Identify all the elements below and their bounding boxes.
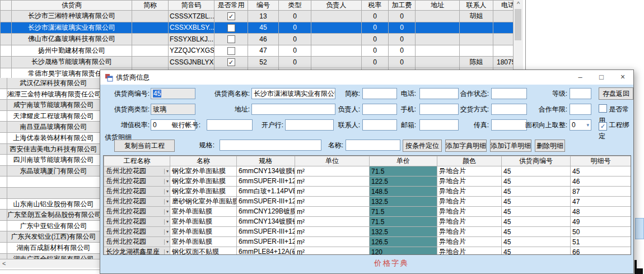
supplier-name-input[interactable]: 长沙市潇湘玻璃实业有限公司 <box>251 88 335 99</box>
save-return-button[interactable]: 存盘返回 <box>599 87 633 100</box>
supplier-row[interactable]: 长沙市三湘特种玻璃有限公司CSSSXTZBL...✓13000胡姐 <box>1 11 523 22</box>
project-name-combobox[interactable]: 岳州北控花园▾ <box>104 197 170 207</box>
detail-column-header[interactable]: 工程名称 <box>104 156 170 166</box>
delete-detail-button[interactable]: 删除明细 <box>535 140 565 152</box>
detail-column-header[interactable]: 颜色 <box>437 156 502 166</box>
chevron-down-icon[interactable]: ▾ <box>164 219 169 225</box>
maximize-button[interactable]: □ <box>591 70 612 85</box>
column-header[interactable]: 编号 <box>248 1 279 11</box>
supplier-row[interactable]: 长沙市潇湘玻璃实业有限公司CSSXXBLSY...45000 <box>1 22 523 34</box>
name-filter-input[interactable] <box>346 140 400 151</box>
column-header[interactable]: 简称 <box>132 1 169 11</box>
supplier-list-item[interactable]: 山东南山铝业股份有限公司 <box>0 199 100 210</box>
supplier-list-item[interactable]: 广东中亚铝业有限公司 <box>0 221 100 232</box>
minimize-button[interactable]: – <box>570 70 591 85</box>
chevron-down-icon[interactable]: ▾ <box>164 249 169 255</box>
detail-column-header[interactable]: 单位 <box>295 156 370 166</box>
detail-row[interactable]: 岳州北控花园▾钢化室外单面贴膜6mmCNY134镀膜钢化m²71.5异地合片45… <box>104 166 631 177</box>
common-flag-checkbox[interactable] <box>227 35 235 43</box>
supplier-list-item[interactable] <box>0 177 100 188</box>
chevron-down-icon[interactable]: ▾ <box>586 123 589 128</box>
supplier-no-input[interactable]: 45 <box>151 88 195 99</box>
project-name-combobox[interactable]: 岳州北控花园▾ <box>104 177 170 187</box>
binding-checkbox[interactable]: ✓ 工程绑定 <box>599 119 633 131</box>
supplier-row[interactable]: 佛山市亿鑫玻璃科技有限公司FSSYXBLKJ...46000 <box>1 34 523 45</box>
vertical-scroll-thumb[interactable] <box>515 9 521 40</box>
supplier-list-item[interactable] <box>0 188 100 199</box>
grade-input[interactable] <box>570 88 591 99</box>
detail-row[interactable]: 岳州北控花园▾钢化室外单面贴膜6mm白玻+1.14PVB+6mm...m²148… <box>104 187 631 197</box>
detail-column-header[interactable]: 供货商编号 <box>502 156 571 166</box>
supplier-type-input[interactable]: 玻璃 <box>151 104 195 115</box>
supplier-list-item[interactable]: 湖南百成新材料有限公司 <box>0 243 100 254</box>
chevron-down-icon[interactable]: ▾ <box>164 229 169 235</box>
add-order-detail-button[interactable]: 添加订单明细 <box>490 140 531 152</box>
detail-row[interactable]: 岳州北控花园▾磨砂钢化室外单面贴膜6mmSUPER-III+12A(硅...m²… <box>104 197 631 207</box>
supplier-list-item[interactable]: 西安佳吉美电力科技有限公司 <box>0 144 100 155</box>
common-flag-checkbox[interactable] <box>227 47 235 55</box>
project-name-combobox[interactable]: 岳州北控花园▾ <box>104 237 170 247</box>
detail-row[interactable]: 岳州北控花园▾室外单面贴膜6mmSUPER-III+12A(硅...m²132.… <box>104 227 631 237</box>
contact-input[interactable] <box>362 119 397 131</box>
detail-row[interactable]: 岳州北控花园▾室外单面贴膜6mmSUPER-III+12A(硅...m²126.… <box>104 237 631 247</box>
project-name-combobox[interactable]: 岳州北控花园▾ <box>104 166 170 177</box>
detail-row[interactable]: 岳州北控花园▾室外单面贴膜6mmCNY129B镀膜钢化m²71.5异地合片454… <box>104 207 631 217</box>
bank-account-input[interactable] <box>207 119 253 131</box>
supplier-list-item[interactable]: 上海优泰装饰材料有限公司 <box>0 133 100 144</box>
supplier-list-item[interactable]: 武汉亿深科技有限公司 <box>0 78 100 89</box>
binding-checkbox-box[interactable]: ✓ <box>599 122 607 131</box>
project-name-combobox[interactable]: 岳州北控花园▾ <box>104 207 170 217</box>
locate-button[interactable]: 按条件定位 <box>403 140 442 152</box>
address-input[interactable] <box>251 104 335 115</box>
column-header[interactable]: 供货商 <box>12 1 132 11</box>
column-header[interactable]: 简音码 <box>169 1 214 11</box>
rounding-combobox[interactable]: 0▾ <box>570 119 591 131</box>
project-name-combobox[interactable]: 长沙龙湖祺鑫星座▾ <box>104 247 170 256</box>
common-flag-checkbox[interactable]: ✓ <box>227 12 235 20</box>
detail-column-header[interactable]: 规格 <box>237 156 295 166</box>
common-checkbox[interactable]: 是否常用 <box>599 104 633 115</box>
detail-row[interactable]: 长沙龙湖祺鑫星座▾钢化双面不贴膜6mmPLE84+12A(硅酮胶...m²120… <box>104 247 631 256</box>
chevron-down-icon[interactable]: ▾ <box>164 199 169 205</box>
chevron-down-icon[interactable]: ▾ <box>164 179 169 184</box>
supplier-list-item[interactable]: 四川南玻节能玻璃有限公司 <box>0 155 100 166</box>
supplier-list-item[interactable]: 广东兴发铝业(江西)有限公司 <box>0 231 100 243</box>
common-flag-checkbox[interactable]: ✓ <box>227 58 235 66</box>
supplier-row[interactable]: 扬州中勤建材有限公司YZZQJCYXGS47000 <box>1 45 523 57</box>
supplier-list-item[interactable]: 南昌亚晶玻璃有限公司 <box>0 122 100 133</box>
detail-row[interactable]: 岳州北控花园▾钢化室外单面贴膜6mmSUPER-III+12A(硅...m²12… <box>104 177 631 187</box>
supplier-list-item[interactable]: 广东坚朗五金制品股份有限公司 <box>0 210 100 221</box>
scroll-up-icon[interactable]: ^ <box>517 1 520 7</box>
copy-project-button[interactable]: 复制当前工程 <box>114 140 175 152</box>
detail-column-header[interactable]: 名称 <box>170 156 237 166</box>
add-dict-detail-button[interactable]: 添加字典明细 <box>445 140 487 152</box>
spec-filter-input[interactable] <box>220 140 321 151</box>
chevron-down-icon[interactable]: ▾ <box>164 239 169 245</box>
dialog-titlebar[interactable]: 供货商信息 – □ × <box>100 70 633 85</box>
supplier-list-item[interactable]: 天津耀皮工程玻璃有限公司 <box>0 111 100 122</box>
close-button[interactable]: × <box>612 70 633 85</box>
abbr-input[interactable] <box>362 88 397 99</box>
supplier-list-item[interactable]: 咸宁南玻节能玻璃有限公司 <box>0 100 100 111</box>
manager-input[interactable] <box>362 104 397 115</box>
column-header[interactable]: 税率 <box>362 1 389 11</box>
detail-row[interactable]: 岳州北控花园▾室外单面贴膜6mmCNY134镀膜钢化m²71.5异地合片4549 <box>104 217 631 227</box>
detail-column-header[interactable]: 明细号 <box>571 156 631 166</box>
column-header[interactable]: 是否常用 <box>214 1 248 11</box>
chevron-down-icon[interactable]: ▾ <box>164 209 169 215</box>
project-name-combobox[interactable]: 岳州北控花园▾ <box>104 187 170 197</box>
column-header[interactable]: 类型 <box>279 1 311 11</box>
column-header[interactable]: 加工费 <box>389 1 416 11</box>
common-checkbox-box[interactable] <box>599 104 607 113</box>
supplier-list-item[interactable]: 湘潭三金特种玻璃有限责任公司 <box>0 89 100 100</box>
column-header[interactable]: 负责人 <box>311 1 362 11</box>
column-header[interactable]: 地址 <box>416 1 460 11</box>
detail-column-header[interactable]: 单价 <box>370 156 437 166</box>
column-header[interactable]: 联系人 <box>460 1 493 11</box>
project-name-combobox[interactable]: 岳州北控花园▾ <box>104 217 170 227</box>
supplier-list-item[interactable]: 东晶玻璃厦门有限公司 <box>0 166 100 177</box>
chevron-down-icon[interactable]: ▾ <box>164 189 169 194</box>
supplier-row[interactable]: 长沙晟格节能玻璃有限公司CSSGJNBLYXGS✓52000陈姐180751 <box>1 57 523 68</box>
scroll-left-icon[interactable]: < <box>2 259 6 267</box>
supplier-list-item[interactable]: 湖南广亚全铝家居有限公司 <box>0 254 100 259</box>
